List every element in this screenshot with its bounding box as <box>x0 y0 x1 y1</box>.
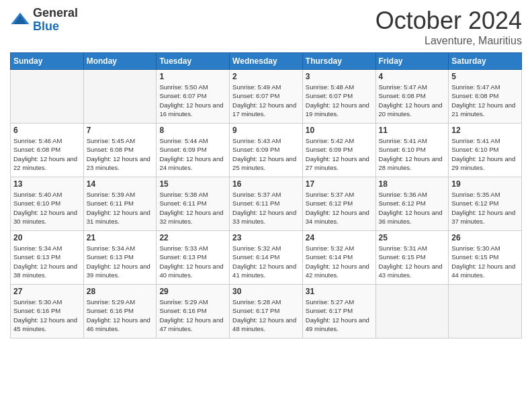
calendar-cell: 23 Sunrise: 5:32 AMSunset: 6:14 PMDaylig… <box>230 231 303 285</box>
week-row-5: 27 Sunrise: 5:30 AMSunset: 6:16 PMDaylig… <box>11 285 522 338</box>
day-number: 19 <box>451 179 519 189</box>
day-number: 18 <box>379 179 446 189</box>
cell-sunrise: Sunrise: 5:39 AMSunset: 6:11 PMDaylight:… <box>87 191 150 225</box>
day-number: 2 <box>232 72 300 81</box>
calendar-header-row: SundayMondayTuesdayWednesdayThursdayFrid… <box>11 53 522 70</box>
day-number: 23 <box>232 233 300 242</box>
cell-sunrise: Sunrise: 5:38 AMSunset: 6:11 PMDaylight:… <box>159 191 223 225</box>
logo-blue: Blue <box>33 20 78 34</box>
calendar-cell: 17 Sunrise: 5:37 AMSunset: 6:12 PMDaylig… <box>302 177 375 231</box>
calendar-table: SundayMondayTuesdayWednesdayThursdayFrid… <box>10 52 522 338</box>
location-title: Laventure, Mauritius <box>375 35 522 47</box>
week-row-4: 20 Sunrise: 5:34 AMSunset: 6:13 PMDaylig… <box>11 231 522 285</box>
calendar-cell: 27 Sunrise: 5:30 AMSunset: 6:16 PMDaylig… <box>11 285 84 338</box>
calendar-cell: 25 Sunrise: 5:31 AMSunset: 6:15 PMDaylig… <box>375 231 449 285</box>
title-block: October 2024 Laventure, Mauritius <box>375 7 522 47</box>
logo-icon <box>10 10 30 30</box>
cell-sunrise: Sunrise: 5:47 AMSunset: 6:08 PMDaylight:… <box>451 83 515 118</box>
cell-sunrise: Sunrise: 5:47 AMSunset: 6:08 PMDaylight:… <box>379 83 443 118</box>
cell-sunrise: Sunrise: 5:33 AMSunset: 6:13 PMDaylight:… <box>159 244 223 279</box>
calendar-cell: 8 Sunrise: 5:44 AMSunset: 6:09 PMDayligh… <box>157 124 230 177</box>
calendar-cell <box>11 70 84 124</box>
day-number: 28 <box>87 287 154 296</box>
day-number: 1 <box>159 72 226 81</box>
cell-sunrise: Sunrise: 5:32 AMSunset: 6:14 PMDaylight:… <box>306 244 369 279</box>
month-title: October 2024 <box>375 7 522 35</box>
day-header-saturday: Saturday <box>449 53 522 70</box>
calendar-cell: 13 Sunrise: 5:40 AMSunset: 6:10 PMDaylig… <box>11 177 84 231</box>
day-number: 12 <box>451 126 519 135</box>
cell-sunrise: Sunrise: 5:43 AMSunset: 6:09 PMDaylight:… <box>232 137 296 171</box>
calendar-cell: 12 Sunrise: 5:41 AMSunset: 6:10 PMDaylig… <box>449 124 522 177</box>
cell-sunrise: Sunrise: 5:41 AMSunset: 6:10 PMDaylight:… <box>451 137 515 171</box>
day-number: 21 <box>87 233 154 242</box>
cell-sunrise: Sunrise: 5:31 AMSunset: 6:15 PMDaylight:… <box>379 244 443 279</box>
calendar-cell: 15 Sunrise: 5:38 AMSunset: 6:11 PMDaylig… <box>157 177 230 231</box>
cell-sunrise: Sunrise: 5:42 AMSunset: 6:09 PMDaylight:… <box>306 137 369 171</box>
cell-sunrise: Sunrise: 5:29 AMSunset: 6:16 PMDaylight:… <box>159 298 223 332</box>
cell-sunrise: Sunrise: 5:40 AMSunset: 6:10 PMDaylight:… <box>13 191 77 225</box>
cell-sunrise: Sunrise: 5:30 AMSunset: 6:16 PMDaylight:… <box>13 298 77 332</box>
day-number: 11 <box>379 126 446 135</box>
day-number: 27 <box>13 287 81 296</box>
day-header-wednesday: Wednesday <box>230 53 303 70</box>
day-number: 4 <box>379 72 446 81</box>
cell-sunrise: Sunrise: 5:37 AMSunset: 6:12 PMDaylight:… <box>306 191 369 225</box>
day-number: 17 <box>306 179 373 189</box>
day-number: 8 <box>159 126 226 135</box>
day-number: 26 <box>451 233 519 242</box>
day-number: 5 <box>451 72 519 81</box>
logo: General Blue <box>10 7 78 34</box>
day-number: 13 <box>13 179 81 189</box>
cell-sunrise: Sunrise: 5:46 AMSunset: 6:08 PMDaylight:… <box>13 137 77 171</box>
calendar-cell: 21 Sunrise: 5:34 AMSunset: 6:13 PMDaylig… <box>83 231 157 285</box>
day-number: 3 <box>306 72 373 81</box>
calendar-cell <box>83 70 157 124</box>
cell-sunrise: Sunrise: 5:36 AMSunset: 6:12 PMDaylight:… <box>379 191 443 225</box>
day-number: 25 <box>379 233 446 242</box>
cell-sunrise: Sunrise: 5:41 AMSunset: 6:10 PMDaylight:… <box>379 137 443 171</box>
week-row-3: 13 Sunrise: 5:40 AMSunset: 6:10 PMDaylig… <box>11 177 522 231</box>
calendar-cell: 10 Sunrise: 5:42 AMSunset: 6:09 PMDaylig… <box>302 124 375 177</box>
day-number: 24 <box>306 233 373 242</box>
cell-sunrise: Sunrise: 5:37 AMSunset: 6:11 PMDaylight:… <box>232 191 296 225</box>
day-number: 9 <box>232 126 300 135</box>
calendar-cell: 29 Sunrise: 5:29 AMSunset: 6:16 PMDaylig… <box>157 285 230 338</box>
day-number: 15 <box>159 179 226 189</box>
day-number: 22 <box>159 233 226 242</box>
day-header-friday: Friday <box>375 53 449 70</box>
calendar-cell <box>449 285 522 338</box>
calendar-cell: 18 Sunrise: 5:36 AMSunset: 6:12 PMDaylig… <box>375 177 449 231</box>
calendar-cell: 19 Sunrise: 5:35 AMSunset: 6:12 PMDaylig… <box>449 177 522 231</box>
calendar-cell: 22 Sunrise: 5:33 AMSunset: 6:13 PMDaylig… <box>157 231 230 285</box>
calendar-cell: 31 Sunrise: 5:27 AMSunset: 6:17 PMDaylig… <box>302 285 375 338</box>
calendar-cell: 4 Sunrise: 5:47 AMSunset: 6:08 PMDayligh… <box>375 70 449 124</box>
cell-sunrise: Sunrise: 5:44 AMSunset: 6:09 PMDaylight:… <box>159 137 223 171</box>
cell-sunrise: Sunrise: 5:32 AMSunset: 6:14 PMDaylight:… <box>232 244 296 279</box>
day-header-thursday: Thursday <box>302 53 375 70</box>
week-row-1: 1 Sunrise: 5:50 AMSunset: 6:07 PMDayligh… <box>11 70 522 124</box>
cell-sunrise: Sunrise: 5:50 AMSunset: 6:07 PMDaylight:… <box>159 83 223 118</box>
cell-sunrise: Sunrise: 5:48 AMSunset: 6:07 PMDaylight:… <box>306 83 369 118</box>
day-number: 16 <box>232 179 300 189</box>
calendar-cell: 5 Sunrise: 5:47 AMSunset: 6:08 PMDayligh… <box>449 70 522 124</box>
day-number: 30 <box>232 287 300 296</box>
page: General Blue October 2024 Laventure, Mau… <box>0 0 532 411</box>
calendar-cell: 30 Sunrise: 5:28 AMSunset: 6:17 PMDaylig… <box>230 285 303 338</box>
calendar-cell: 24 Sunrise: 5:32 AMSunset: 6:14 PMDaylig… <box>302 231 375 285</box>
calendar-cell: 9 Sunrise: 5:43 AMSunset: 6:09 PMDayligh… <box>230 124 303 177</box>
day-number: 10 <box>306 126 373 135</box>
day-header-sunday: Sunday <box>11 53 84 70</box>
day-number: 20 <box>13 233 81 242</box>
logo-general: General <box>33 7 78 20</box>
calendar-cell: 14 Sunrise: 5:39 AMSunset: 6:11 PMDaylig… <box>83 177 157 231</box>
header: General Blue October 2024 Laventure, Mau… <box>10 7 522 47</box>
calendar-cell: 26 Sunrise: 5:30 AMSunset: 6:15 PMDaylig… <box>449 231 522 285</box>
calendar-cell: 16 Sunrise: 5:37 AMSunset: 6:11 PMDaylig… <box>230 177 303 231</box>
calendar-cell: 20 Sunrise: 5:34 AMSunset: 6:13 PMDaylig… <box>11 231 84 285</box>
logo-text: General Blue <box>33 7 78 34</box>
cell-sunrise: Sunrise: 5:30 AMSunset: 6:15 PMDaylight:… <box>451 244 515 279</box>
day-number: 14 <box>87 179 154 189</box>
cell-sunrise: Sunrise: 5:28 AMSunset: 6:17 PMDaylight:… <box>232 298 296 332</box>
day-number: 7 <box>87 126 154 135</box>
